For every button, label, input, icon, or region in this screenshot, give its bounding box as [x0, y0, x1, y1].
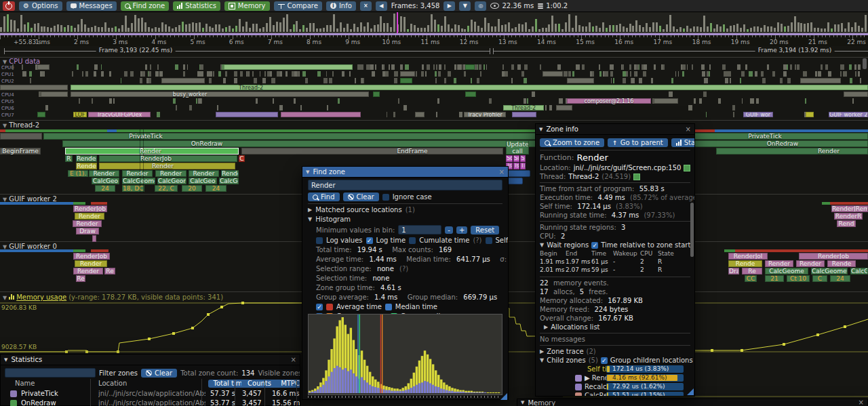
zone-bar[interactable] — [0, 148, 41, 155]
cpu-activity-segment[interactable] — [234, 71, 237, 77]
zone-bar[interactable]: CalcGeo — [850, 268, 868, 275]
zone-bar[interactable]: Render — [75, 260, 107, 267]
search-input[interactable] — [308, 180, 502, 190]
cpu-activity-segment[interactable] — [622, 64, 624, 70]
cpu-activity-segment[interactable] — [300, 105, 302, 110]
cpu-activity-segment[interactable] — [85, 71, 88, 77]
zone-bar[interactable]: RenderJob — [73, 205, 107, 212]
cpu-activity-segment[interactable] — [743, 71, 744, 77]
zoom-to-zone-button[interactable]: Zoom to zone — [540, 138, 604, 147]
cpu-activity-segment[interactable] — [439, 64, 442, 70]
running-state-segment[interactable] — [117, 129, 586, 132]
zone-bar[interactable]: Render — [221, 170, 239, 177]
cpu-activity-segment[interactable] — [654, 64, 656, 70]
go-to-parent-button[interactable]: ↑Go to parent — [608, 138, 668, 147]
cpu-activity-segment[interactable] — [22, 71, 26, 77]
cpu-activity-segment[interactable] — [297, 71, 299, 77]
zone-bar[interactable]: Render — [189, 170, 219, 177]
cpu-activity-segment[interactable] — [285, 71, 288, 77]
cpu-activity-segment[interactable] — [213, 71, 215, 77]
cpu-activity-segment[interactable] — [576, 64, 580, 70]
cpu-activity-segment[interactable] — [435, 78, 437, 83]
cpu-activity-segment[interactable] — [629, 64, 631, 70]
cpu-activity-segment[interactable] — [435, 71, 437, 77]
decrease-button[interactable]: - — [445, 226, 453, 234]
cpu-activity-segment[interactable] — [383, 64, 384, 70]
cpu-activity-segment[interactable] — [45, 105, 48, 110]
cpu-activity-segment[interactable] — [196, 98, 197, 104]
cpu-activity-segment[interactable] — [549, 105, 552, 110]
cpu-activity-segment[interactable] — [187, 64, 188, 70]
cpu-segment[interactable] — [224, 64, 353, 70]
cpu-activity-segment[interactable] — [361, 78, 363, 83]
cpu-activity-segment[interactable] — [772, 71, 775, 77]
cpu-activity-segment[interactable] — [505, 71, 508, 77]
cpu-activity-segment[interactable] — [400, 64, 403, 70]
histogram-canvas[interactable] — [308, 314, 502, 395]
find-zone-titlebar[interactable]: ▼ Find zone × — [302, 167, 508, 178]
zone-bar[interactable]: CalcGeo — [189, 178, 217, 184]
cpu-activity-segment[interactable] — [121, 78, 121, 83]
cpu-activity-segment[interactable] — [471, 78, 472, 83]
cpu-activity-segment[interactable] — [844, 71, 847, 77]
cpu-activity-segment[interactable] — [727, 71, 730, 77]
filter-input[interactable] — [5, 368, 96, 378]
collapse-icon[interactable]: ▼ — [4, 357, 7, 363]
cpu-activity-segment[interactable] — [200, 64, 201, 70]
cpu-activity-segment[interactable] — [502, 64, 505, 70]
zone-bar[interactable]: Re — [104, 268, 115, 275]
cpu-activity-segment[interactable] — [189, 105, 192, 110]
cpu-activity-segment[interactable] — [149, 71, 150, 77]
min-bin-input[interactable] — [398, 225, 441, 235]
cpu-segment[interactable] — [844, 92, 868, 97]
zone-bar[interactable] — [99, 163, 235, 169]
running-state-segment[interactable] — [91, 249, 108, 252]
clear-button[interactable]: Clear — [343, 192, 379, 201]
zone-bar[interactable]: Ct 10 — [787, 275, 810, 282]
cpu-activity-segment[interactable] — [159, 71, 163, 77]
cpu-activity-segment[interactable] — [338, 98, 340, 104]
zone-bar[interactable]: RenderR — [834, 213, 863, 220]
collapse-icon[interactable]: ▼ — [306, 169, 309, 175]
running-state-segment[interactable] — [107, 129, 117, 132]
cpu-activity-segment[interactable] — [795, 64, 796, 70]
cpu-activity-segment[interactable] — [709, 64, 711, 70]
table-row[interactable]: PrivateTickjni/../jni/src/claw/applicati… — [5, 389, 296, 399]
cpu-activity-segment[interactable] — [79, 98, 80, 104]
cpu-activity-segment[interactable] — [260, 71, 260, 77]
cpu-activity-segment[interactable] — [572, 71, 574, 77]
cpu-activity-segment[interactable] — [22, 64, 22, 70]
cpu-segment[interactable] — [400, 71, 415, 77]
increase-button[interactable]: + — [456, 226, 467, 234]
zone-bar[interactable]: Render — [765, 260, 793, 267]
zone-bar[interactable] — [0, 133, 42, 140]
cpu-activity-segment[interactable] — [292, 71, 294, 77]
close-icon[interactable]: × — [686, 126, 691, 133]
expanded-icon[interactable]: ▼ — [308, 216, 312, 222]
cpu-activity-segment[interactable] — [279, 105, 283, 110]
cpu-activity-segment[interactable] — [737, 64, 741, 70]
cpu-segment[interactable] — [415, 112, 425, 117]
cpu-activity-segment[interactable] — [140, 78, 142, 83]
cpu-activity-segment[interactable] — [436, 112, 438, 117]
cpu-activity-segment[interactable] — [532, 92, 535, 97]
cpu-activity-segment[interactable] — [183, 64, 185, 70]
cpu-activity-segment[interactable] — [252, 71, 254, 77]
cpu-activity-segment[interactable] — [682, 64, 686, 70]
cpu-activity-segment[interactable] — [387, 112, 387, 117]
wait-regions-label[interactable]: Wait regions — [547, 241, 589, 249]
cpu-activity-segment[interactable] — [750, 98, 754, 104]
cpu-segment[interactable]: TracyGUIFGPUex — [88, 112, 151, 117]
cpu-activity-segment[interactable] — [855, 71, 856, 77]
cpu-activity-segment[interactable] — [94, 71, 96, 77]
zone-bar[interactable]: CalcGe — [219, 178, 239, 184]
zone-bar[interactable]: RenderJRem — [831, 205, 868, 212]
cpu-activity-segment[interactable] — [559, 98, 563, 104]
cpu-segment[interactable] — [567, 78, 594, 83]
cpu-activity-segment[interactable] — [225, 71, 227, 77]
cpu-activity-segment[interactable] — [521, 71, 524, 77]
time-relative-checkbox[interactable]: ✓ — [591, 242, 598, 249]
child-zone-time-bar[interactable]: 72.92 us (1.62%) — [606, 383, 684, 390]
cpu-segment[interactable]: Tracy Profiler — [464, 112, 506, 117]
cpu-activity-segment[interactable] — [398, 98, 399, 104]
